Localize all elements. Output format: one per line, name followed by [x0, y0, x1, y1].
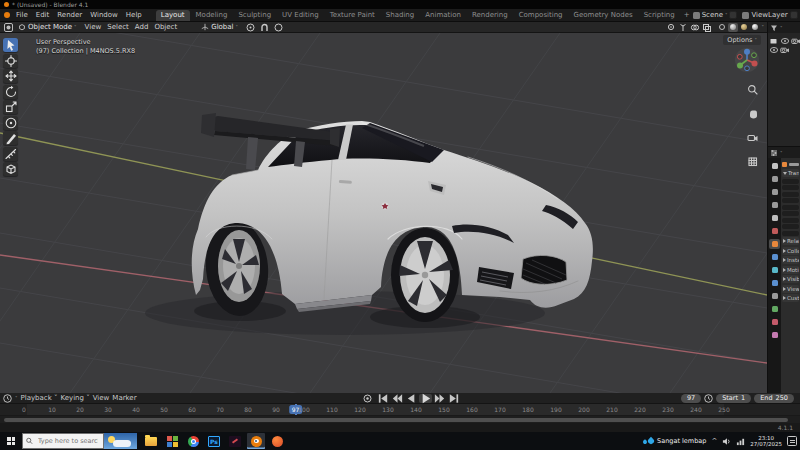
add-workspace-button[interactable]: + [681, 10, 693, 21]
section-relations[interactable]: Relations [782, 237, 799, 245]
tab-texture-paint[interactable]: Texture Paint [325, 10, 380, 21]
menu-edit[interactable]: Edit [32, 10, 54, 20]
properties-tab-tool[interactable] [769, 161, 780, 171]
blender-menu-icon[interactable] [4, 10, 10, 20]
viewport-3d[interactable]: Object Mode ˅ ViewSelectAddObject Global… [0, 22, 767, 393]
menu-window[interactable]: Window [86, 10, 122, 20]
tab-compositing[interactable]: Compositing [514, 10, 568, 21]
properties-tab-object-data[interactable] [769, 304, 780, 314]
jump-start-button[interactable] [377, 394, 390, 403]
properties-tab-output[interactable] [769, 187, 780, 197]
scene-selector[interactable]: Scene ˅ [693, 11, 738, 19]
taskbar-app-chrome[interactable] [184, 433, 202, 449]
section-instancing[interactable]: Instancing [782, 256, 799, 264]
jump-end-button[interactable] [447, 394, 460, 403]
pivot-point-button[interactable] [245, 23, 255, 32]
notification-center-icon[interactable] [787, 436, 797, 446]
proportional-edit-button[interactable] [273, 23, 283, 32]
timeline-menu-marker[interactable]: Marker [112, 394, 136, 402]
viewport-menu-select[interactable]: Select [104, 23, 132, 31]
camera-toggle-icon[interactable] [780, 39, 790, 58]
viewport-menu-view[interactable]: View [82, 23, 105, 31]
properties-tab-view-layer[interactable] [769, 200, 780, 210]
select-box-tool-button[interactable] [3, 38, 18, 52]
add-cube-tool-button[interactable] [3, 162, 18, 176]
tab-scripting[interactable]: Scripting [639, 10, 680, 21]
clock-icon[interactable] [3, 394, 12, 403]
section-transform[interactable]: Transform [782, 169, 799, 177]
tab-sculpting[interactable]: Sculpting [233, 10, 276, 21]
annotate-tool-button[interactable] [3, 131, 18, 145]
properties-tab-world[interactable] [769, 226, 780, 236]
section-motion-paths[interactable]: Motion Paths [782, 266, 799, 274]
properties-tab-object[interactable] [769, 239, 780, 249]
section-custom-properties[interactable]: Custom Properties [782, 294, 799, 302]
toggle-ortho-button[interactable] [747, 152, 758, 171]
properties-tab-render[interactable] [769, 174, 780, 184]
cursor-tool-button[interactable] [3, 54, 18, 68]
camera-view-button[interactable] [747, 128, 758, 147]
viewport-menu-object[interactable]: Object [151, 23, 180, 31]
properties-editor-icon[interactable] [770, 149, 778, 157]
properties-tab-constraints[interactable] [769, 291, 780, 301]
play-button[interactable] [419, 394, 432, 403]
new-scene-button[interactable] [729, 11, 737, 19]
taskbar-app-file-explorer[interactable] [142, 433, 160, 449]
taskbar-search[interactable] [22, 433, 104, 449]
volume-icon[interactable] [722, 437, 731, 446]
properties-tab-texture[interactable] [769, 330, 780, 340]
shading-solid-button[interactable] [728, 23, 738, 32]
network-icon[interactable] [736, 437, 745, 446]
viewport-menu-add[interactable]: Add [132, 23, 152, 31]
taskbar-app-premiere[interactable] [226, 433, 244, 449]
show-overlays-icon[interactable] [690, 23, 700, 32]
show-object-types-icon[interactable] [666, 23, 676, 32]
editor-type-icon[interactable] [3, 23, 13, 32]
timeline-menu-keying[interactable]: Keying ˅ [60, 394, 89, 402]
auto-keying-button[interactable] [361, 394, 374, 403]
current-frame-field[interactable]: 97 [681, 394, 701, 403]
transform-tool-button[interactable] [3, 116, 18, 130]
orientation-selector[interactable]: Global ˅ [198, 23, 241, 31]
timeline-menu-view[interactable]: View [93, 394, 110, 402]
scale-tool-button[interactable] [3, 100, 18, 114]
tab-uv-editing[interactable]: UV Editing [277, 10, 324, 21]
shading-wireframe-button[interactable] [717, 23, 727, 32]
properties-tab-particles[interactable] [769, 265, 780, 275]
section-collections[interactable]: Collections [782, 247, 799, 255]
timeline-menu-playback[interactable]: Playback ˅ [21, 394, 58, 402]
taskbar-app-blender[interactable] [247, 433, 265, 449]
menu-render[interactable]: Render [53, 10, 86, 20]
tab-modeling[interactable]: Modeling [191, 10, 233, 21]
taskbar-app-photos-app[interactable] [163, 433, 181, 449]
show-gizmos-icon[interactable] [678, 23, 688, 32]
keying-clock-icon[interactable] [704, 394, 713, 403]
shading-rendered-button[interactable] [750, 23, 760, 32]
transform-value-slider[interactable] [782, 198, 799, 203]
frame-end-field[interactable]: End 250 [754, 394, 794, 403]
menu-file[interactable]: File [12, 10, 32, 20]
timeline-ruler[interactable]: 97 0102030405060708090100110120130140150… [0, 404, 800, 416]
new-viewlayer-button[interactable] [790, 11, 798, 19]
chevron-down-icon[interactable]: ˅ [762, 24, 765, 30]
tab-layout[interactable]: Layout [156, 10, 190, 21]
transform-value-slider[interactable] [782, 205, 799, 210]
snap-magnet-button[interactable] [259, 23, 269, 32]
pan-button[interactable] [747, 104, 758, 123]
menu-help[interactable]: Help [122, 10, 146, 20]
viewport-scene[interactable] [0, 33, 767, 393]
tray-expand-icon[interactable]: ^ [711, 438, 717, 444]
clock-widget[interactable]: 23:10 27/07/2025 [750, 435, 782, 448]
weather-tray-widget[interactable]: Sangat lembap [643, 437, 706, 445]
timeline-scroll-track[interactable] [0, 416, 800, 423]
section-visibility[interactable]: Visibility [782, 275, 799, 283]
navigation-gizmo[interactable] [734, 47, 760, 77]
taskbar-app-photoshop[interactable]: Ps [205, 433, 223, 449]
taskbar-app-brave[interactable] [268, 433, 286, 449]
frame-start-field[interactable]: Start 1 [716, 394, 751, 403]
tab-geometry-nodes[interactable]: Geometry Nodes [569, 10, 638, 21]
viewlayer-selector[interactable]: ViewLayer [742, 11, 797, 19]
weather-widget[interactable] [104, 433, 137, 449]
measure-tool-button[interactable] [3, 147, 18, 161]
start-button[interactable] [0, 432, 22, 450]
